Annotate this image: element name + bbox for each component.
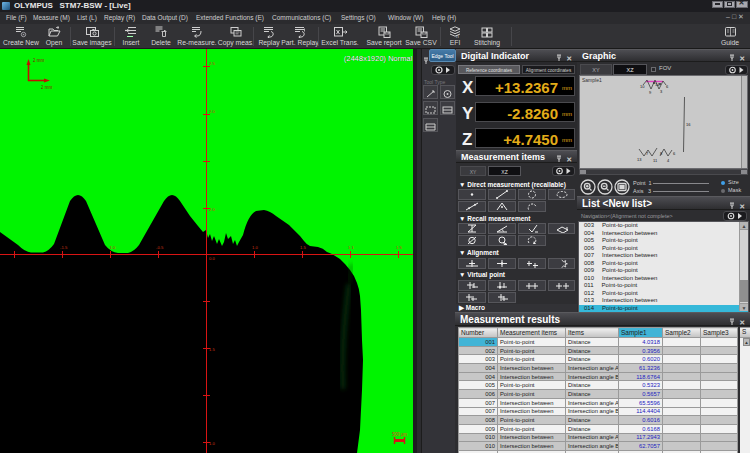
svg-text:10: 10 [640,84,645,89]
svg-text:11: 11 [653,158,658,163]
svg-text:13: 13 [637,157,642,162]
svg-text:2 mm: 2 mm [33,58,45,63]
svg-text:2.0: 2.0 [209,207,215,212]
svg-text:-0.5: -0.5 [156,245,164,250]
svg-text:1.5: 1.5 [300,245,306,250]
svg-text:(2448x1920) Normal: (2448x1920) Normal [344,54,413,63]
svg-text:1.1: 1.1 [348,245,354,250]
svg-text:1.0: 1.0 [252,245,258,250]
svg-text:9: 9 [649,90,652,95]
svg-text:7: 7 [646,151,649,156]
svg-text:6: 6 [673,151,676,156]
svg-text:1.5: 1.5 [209,347,215,352]
svg-text:2 mm: 2 mm [41,85,53,90]
svg-text:2.0: 2.0 [209,109,215,114]
svg-text:6: 6 [666,84,669,89]
svg-text:3: 3 [660,89,663,94]
svg-text:1.5: 1.5 [396,245,402,250]
svg-text:n: n [456,33,459,39]
svg-text:500 µm: 500 µm [392,432,407,437]
svg-text:1.0: 1.0 [209,441,215,446]
svg-text:0.0: 0.0 [209,256,215,261]
svg-text:4: 4 [667,158,670,163]
svg-text:-1.5: -1.5 [60,245,68,250]
svg-text:16: 16 [686,122,691,127]
svg-text:2.5: 2.5 [209,61,215,66]
svg-text:-1.0: -1.0 [108,245,116,250]
